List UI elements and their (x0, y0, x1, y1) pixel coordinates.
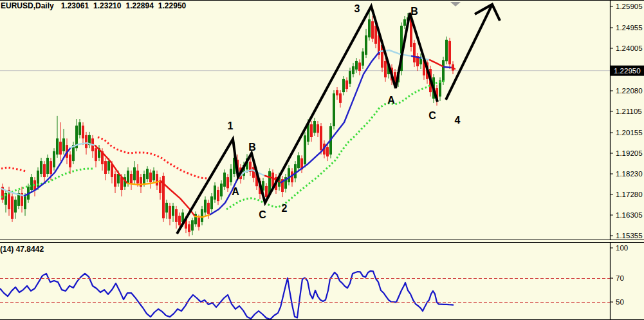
wave-label: B (248, 142, 256, 153)
high-value: 1.23210 (93, 1, 121, 10)
price-axis-label: 1.24005 (616, 44, 643, 52)
wave-label: B (410, 6, 418, 17)
oscillator-axis-label: 100 (616, 244, 628, 252)
price-axis-label: 1.16305 (616, 211, 643, 219)
wave-label: 4 (455, 115, 461, 126)
mt4-chart-window: 1ABC23ABC41.259051.249551.240051.220801.… (0, 0, 644, 320)
price-axis-label: 1.24955 (616, 24, 643, 32)
oscillator-axis-label: 50 (616, 298, 624, 306)
wave-label: A (232, 186, 239, 197)
ohlc-readout: EURUSD,Daily1.230611.232101.228941.22950 (1, 1, 190, 10)
symbol-period-label: EURUSD,Daily (1, 1, 54, 10)
oscillator-axis-label: 70 (616, 274, 624, 282)
price-axis-label: 1.22080 (616, 87, 643, 95)
price-axis-label: 1.25905 (616, 3, 643, 10)
ma-segment (444, 67, 452, 68)
price-axis-label: 1.18230 (616, 170, 643, 178)
wave-label: 3 (354, 3, 360, 14)
chart-canvas[interactable]: 1ABC23ABC41.259051.249551.240051.220801.… (0, 0, 644, 320)
open-value: 1.23061 (61, 1, 89, 10)
current-price-tag-text: 1.22950 (614, 67, 641, 75)
price-axis-label: 1.20155 (616, 129, 643, 136)
low-value: 1.22894 (125, 1, 153, 10)
wave-label: 1 (228, 120, 234, 131)
close-value: 1.22950 (158, 1, 186, 10)
indicator-label: (14) 47.8442 (0, 245, 44, 254)
price-axis-label: 1.21105 (616, 108, 642, 115)
price-axis-label: 1.19205 (616, 149, 643, 157)
wave-label: C (428, 110, 436, 121)
price-axis-label: 1.17280 (616, 191, 643, 198)
wave-label: 2 (282, 203, 288, 214)
wave-label: C (259, 209, 266, 220)
wave-label: A (387, 95, 395, 106)
price-axis-label: 1.15355 (616, 232, 643, 240)
